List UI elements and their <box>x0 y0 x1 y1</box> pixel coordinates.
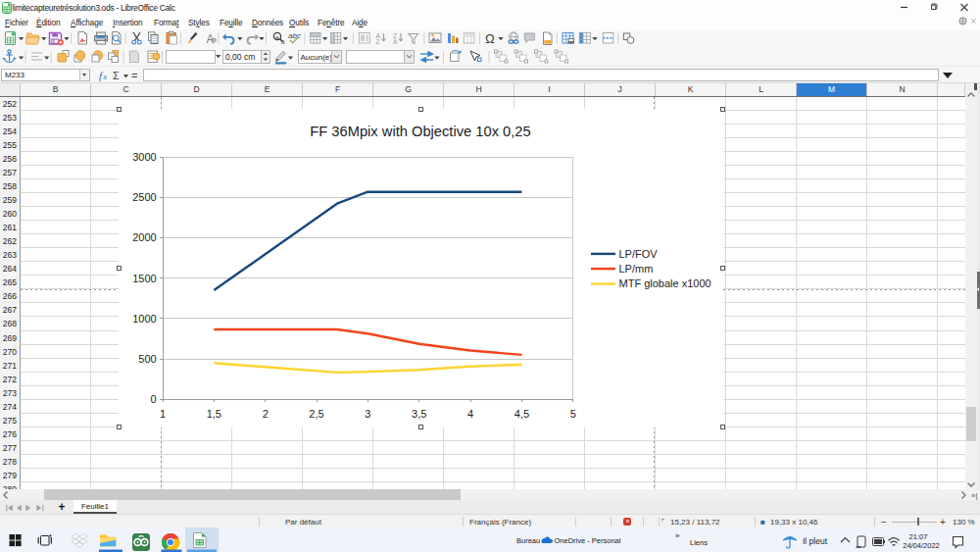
svg-text:Aucun(e): Aucun(e) <box>301 53 333 62</box>
svg-text:abc: abc <box>288 31 301 40</box>
svg-text:OneDrive - Personal: OneDrive - Personal <box>555 536 621 545</box>
svg-text:FF 36Mpix with Objective 10x 0: FF 36Mpix with Objective 10x 0,25 <box>310 123 530 138</box>
svg-text:Liens: Liens <box>690 538 708 547</box>
svg-text:3000: 3000 <box>132 151 156 163</box>
svg-text:3,5: 3,5 <box>412 408 426 420</box>
svg-text:A: A <box>207 32 215 46</box>
svg-text:LP/mm: LP/mm <box>619 262 654 274</box>
svg-text:Ω: Ω <box>485 31 495 46</box>
svg-text:Il pleut: Il pleut <box>803 536 828 546</box>
svg-text:Bureau: Bureau <box>516 536 540 545</box>
svg-text:0: 0 <box>151 393 157 405</box>
svg-text:x: x <box>103 73 108 81</box>
svg-text:3: 3 <box>365 408 370 420</box>
svg-text:5: 5 <box>570 408 576 420</box>
svg-text:1500: 1500 <box>132 272 156 283</box>
svg-text:4,5: 4,5 <box>514 408 529 420</box>
svg-text:21:07: 21:07 <box>909 532 928 541</box>
svg-text:500: 500 <box>138 353 156 365</box>
svg-text:2: 2 <box>263 408 269 420</box>
svg-text:4: 4 <box>467 408 473 420</box>
svg-text:=: = <box>131 70 137 81</box>
svg-text:Z: Z <box>376 38 380 45</box>
svg-text:d: d <box>281 39 284 45</box>
svg-text:0,00 cm: 0,00 cm <box>225 52 255 62</box>
svg-text:Σ: Σ <box>113 70 120 81</box>
svg-text:2000: 2000 <box>132 231 156 243</box>
svg-text:1,5: 1,5 <box>207 408 221 420</box>
svg-text:2,5: 2,5 <box>309 408 323 420</box>
svg-text:»: » <box>675 531 680 540</box>
svg-text:MTF globale x1000: MTF globale x1000 <box>619 277 711 289</box>
svg-text:LP/FOV: LP/FOV <box>619 247 659 259</box>
svg-text:24/04/2022: 24/04/2022 <box>903 541 940 550</box>
svg-text:A: A <box>393 38 398 45</box>
svg-text:1000: 1000 <box>132 312 156 324</box>
svg-text:2500: 2500 <box>132 191 156 203</box>
svg-text:1: 1 <box>160 408 166 420</box>
